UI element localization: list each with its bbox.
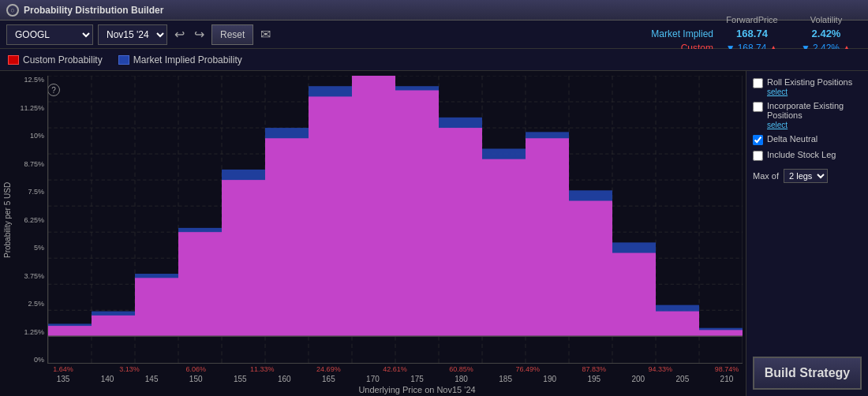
svg-rect-53 <box>439 128 482 336</box>
incorporate-existing-option: Incorporate Existing Positions select <box>753 101 862 129</box>
y-tick: 6.25% <box>17 216 44 224</box>
x-price: 175 <box>402 375 433 383</box>
svg-rect-47 <box>178 232 222 336</box>
svg-rect-49 <box>265 138 309 336</box>
y-tick: 5% <box>17 244 44 252</box>
y-tick: 12.5% <box>17 76 44 84</box>
x-price: 190 <box>534 375 566 383</box>
svg-rect-51 <box>352 76 395 336</box>
svg-rect-52 <box>395 90 439 336</box>
x-axis-title: Underlying Price on Nov15 '24 <box>92 383 743 396</box>
svg-rect-57 <box>612 253 656 337</box>
roll-existing-label: Roll Existing Positions <box>767 77 852 87</box>
redo-button[interactable]: ↪ <box>192 28 207 41</box>
roll-existing-checkbox[interactable] <box>753 78 763 88</box>
y-tick: 11.25% <box>17 104 44 112</box>
title-bar-text: Probability Distribution Builder <box>24 5 163 16</box>
max-of-label: Max of <box>753 171 779 181</box>
x-price: 170 <box>357 375 388 383</box>
custom-legend-item: Custom Probability <box>8 54 103 65</box>
x-price: 200 <box>623 375 654 383</box>
svg-rect-45 <box>92 316 135 336</box>
x-price: 185 <box>490 375 522 383</box>
content-area: ? Probability per 5 USD 12.5% 11.25% 10%… <box>0 71 868 396</box>
x-pct: 1.64% <box>47 365 79 373</box>
y-axis: 12.5% 11.25% 10% 8.75% 7.5% 6.25% 5% 3.7… <box>17 76 47 364</box>
roll-existing-select[interactable]: select <box>767 88 852 96</box>
incorporate-existing-text: Incorporate Existing Positions select <box>767 101 862 129</box>
y-axis-label: Probability per 5 USD <box>3 76 17 364</box>
market-implied-label: Market Implied <box>627 28 713 39</box>
x-price: 195 <box>578 375 610 383</box>
x-pct: 11.33% <box>246 365 278 373</box>
svg-rect-44 <box>48 326 92 336</box>
svg-rect-50 <box>309 96 352 336</box>
x-percentages: 1.64% 3.13% 6.06% 11.33% 24.69% 42.61% 6… <box>47 364 743 375</box>
chart-wrapper: ? Probability per 5 USD 12.5% 11.25% 10%… <box>3 76 743 364</box>
x-pct: 24.69% <box>312 365 344 373</box>
delta-neutral-checkbox[interactable] <box>753 135 763 145</box>
chart-area <box>47 76 743 364</box>
probability-chart <box>48 76 743 363</box>
x-pct: 6.06% <box>180 365 211 373</box>
incorporate-existing-select[interactable]: select <box>767 121 862 129</box>
forward-price-header: ForwardPrice <box>716 15 788 24</box>
x-pct: 60.85% <box>446 365 477 373</box>
undo-button[interactable]: ↩ <box>172 28 187 41</box>
x-price: 160 <box>268 375 300 383</box>
email-button[interactable]: ✉ <box>258 28 273 41</box>
y-tick: 0% <box>17 356 44 364</box>
legs-select[interactable]: 2 legs 3 legs 4 legs <box>784 169 828 183</box>
y-tick: 8.75% <box>17 160 44 168</box>
x-price: 205 <box>667 375 698 383</box>
y-tick: 1.25% <box>17 328 44 336</box>
x-price: 155 <box>224 375 256 383</box>
y-tick: 10% <box>17 132 44 140</box>
market-legend-icon <box>118 55 129 65</box>
svg-rect-58 <box>656 312 699 337</box>
x-price: 180 <box>446 375 477 383</box>
roll-existing-option: Roll Existing Positions select <box>753 77 862 96</box>
toolbar: GOOGL Nov15 '24 ↩ ↪ Reset ✉ ForwardPrice… <box>0 21 868 49</box>
y-tick: 7.5% <box>17 188 44 196</box>
x-price: 135 <box>47 375 79 383</box>
incorporate-existing-checkbox[interactable] <box>753 102 763 112</box>
x-price: 145 <box>136 375 167 383</box>
svg-rect-59 <box>699 330 743 336</box>
max-legs-row: Max of 2 legs 3 legs 4 legs <box>753 169 862 183</box>
build-strategy-button[interactable]: Build Strategy <box>753 357 862 390</box>
app-icon: ○ <box>6 4 19 17</box>
svg-rect-56 <box>569 201 612 337</box>
include-stock-leg-option: Include Stock Leg <box>753 150 862 161</box>
y-tick: 2.5% <box>17 300 44 308</box>
x-price: 140 <box>92 375 123 383</box>
market-legend-item: Market Implied Probability <box>118 54 242 65</box>
svg-rect-55 <box>526 138 569 336</box>
incorporate-existing-label: Incorporate Existing Positions <box>767 101 862 120</box>
delta-neutral-label: Delta Neutral <box>767 134 817 144</box>
custom-legend-label: Custom Probability <box>23 54 103 65</box>
ticker-select[interactable]: GOOGL <box>6 24 93 45</box>
x-price: 150 <box>180 375 211 383</box>
forward-volatility-section: ForwardPrice Volatility Market Implied 1… <box>627 15 862 54</box>
main-container: GOOGL Nov15 '24 ↩ ↪ Reset ✉ ForwardPrice… <box>0 21 868 396</box>
right-panel: Roll Existing Positions select Incorpora… <box>746 71 868 396</box>
market-legend-label: Market Implied Probability <box>133 54 242 65</box>
roll-existing-text: Roll Existing Positions select <box>767 77 852 96</box>
x-axis-area: 1.64% 3.13% 6.06% 11.33% 24.69% 42.61% 6… <box>47 364 743 396</box>
x-pct: 94.33% <box>645 365 676 373</box>
date-select[interactable]: Nov15 '24 <box>98 24 167 45</box>
x-price: 165 <box>312 375 344 383</box>
x-pct: 42.61% <box>379 365 410 373</box>
svg-rect-46 <box>135 278 178 336</box>
x-pct: 3.13% <box>114 365 145 373</box>
forward-price-market: 168.74 <box>716 28 788 39</box>
include-stock-leg-checkbox[interactable] <box>753 151 763 161</box>
volatility-header: Volatility <box>791 15 862 24</box>
svg-rect-54 <box>482 159 526 337</box>
x-pct: 76.49% <box>512 365 544 373</box>
legend-bar: Custom Probability Market Implied Probab… <box>0 49 868 71</box>
x-prices: 135 140 145 150 155 160 165 170 175 180 … <box>47 375 743 383</box>
reset-button[interactable]: Reset <box>211 24 253 45</box>
chart-section: ? Probability per 5 USD 12.5% 11.25% 10%… <box>0 71 746 396</box>
